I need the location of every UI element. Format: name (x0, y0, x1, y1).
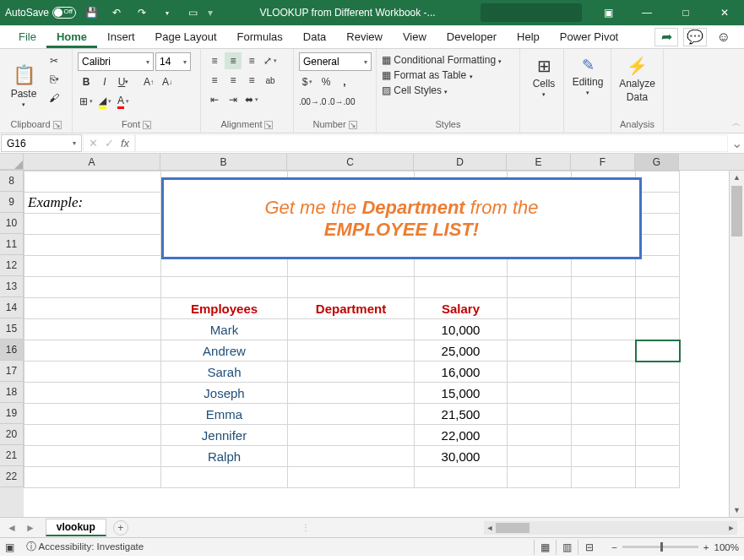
scroll-left-button[interactable]: ◄ (484, 524, 496, 532)
cell-sal[interactable]: 15,000 (415, 383, 508, 404)
font-name-combo[interactable]: Calibri▾ (78, 52, 154, 71)
horizontal-scrollbar[interactable]: ◄ ► (484, 521, 737, 535)
italic-button[interactable]: I (96, 73, 113, 90)
formula-input[interactable] (135, 134, 728, 152)
underline-button[interactable]: U▾ (115, 73, 132, 90)
align-right-button[interactable]: ≡ (243, 72, 260, 89)
row-header[interactable]: 17 (0, 361, 24, 382)
page-layout-view-button[interactable]: ▥ (556, 540, 578, 555)
cell-dept[interactable] (288, 340, 415, 362)
touch-mode-button[interactable]: ▭ (182, 3, 203, 23)
paste-button[interactable]: 📋 Paste ▾ (5, 52, 42, 119)
merge-button[interactable]: ⬌ (243, 91, 260, 108)
row-header[interactable]: 9 (0, 192, 24, 213)
tab-data[interactable]: Data (293, 25, 336, 48)
cells-area[interactable]: Example: EmployeesDepartmentSalary Mark1… (24, 171, 729, 517)
zoom-slider[interactable] (622, 546, 698, 548)
format-as-table-button[interactable]: ▦ Format as Table ▾ (382, 69, 502, 81)
cell-sal[interactable]: 25,000 (415, 340, 508, 362)
share-button[interactable]: ➦ (654, 28, 678, 46)
align-top-button[interactable]: ≡ (206, 52, 223, 69)
sheet-nav-next[interactable]: ► (25, 522, 35, 534)
sheet-nav-prev[interactable]: ◄ (7, 522, 17, 534)
align-middle-button[interactable]: ≡ (225, 52, 242, 69)
cell-emp[interactable]: Andrew (161, 340, 288, 362)
cell-sal[interactable]: 21,500 (415, 404, 508, 425)
page-break-view-button[interactable]: ⊟ (578, 540, 600, 555)
scroll-right-button[interactable]: ► (725, 524, 737, 532)
scroll-up-button[interactable]: ▲ (730, 171, 744, 184)
align-left-button[interactable]: ≡ (206, 72, 223, 89)
smiley-feedback-button[interactable]: ☺ (712, 28, 736, 46)
minimize-button[interactable]: — (627, 0, 666, 25)
cell-emp[interactable]: Jennifer (161, 425, 288, 446)
row-header[interactable]: 14 (0, 297, 24, 318)
row-header[interactable]: 19 (0, 403, 24, 424)
cell-emp[interactable]: Joseph (161, 383, 288, 404)
zoom-in-button[interactable]: + (703, 542, 709, 552)
cell-dept[interactable] (288, 383, 415, 404)
increase-indent-button[interactable]: ⇥ (225, 91, 242, 108)
header-salary[interactable]: Salary (415, 298, 508, 319)
cell-emp[interactable]: Sarah (161, 362, 288, 383)
select-all-button[interactable] (0, 154, 24, 170)
col-header-E[interactable]: E (507, 154, 571, 170)
dialog-launcher-icon[interactable]: ↘ (349, 121, 357, 129)
cell-sal[interactable]: 16,000 (415, 362, 508, 383)
collapse-ribbon-button[interactable]: ︿ (732, 117, 741, 129)
qat-more-button[interactable]: ▾ (157, 3, 177, 23)
cell-sal[interactable]: 10,000 (415, 319, 508, 340)
undo-button[interactable]: ↶ (106, 3, 127, 23)
expand-formula-bar-button[interactable]: ⌄ (729, 133, 744, 153)
fill-color-button[interactable]: ◢ (96, 93, 113, 110)
ribbon-display-button[interactable]: ▣ (589, 0, 627, 25)
wrap-text-button[interactable]: ab (262, 72, 279, 89)
cell-sal[interactable]: 30,000 (415, 446, 508, 467)
hscroll-thumb[interactable] (496, 523, 529, 533)
analyze-data-button[interactable]: ⚡ Analyze Data (616, 52, 658, 106)
cell-sal[interactable]: 22,000 (415, 425, 508, 446)
copy-button[interactable]: ⎘▾ (46, 71, 62, 88)
cell-dept[interactable] (288, 446, 415, 467)
dialog-launcher-icon[interactable]: ↘ (143, 121, 151, 129)
scroll-down-button[interactable]: ▼ (730, 503, 744, 517)
decrease-decimal-button[interactable]: .0→.00 (328, 93, 355, 110)
tab-page-layout[interactable]: Page Layout (145, 25, 227, 48)
grow-font-button[interactable]: A↑ (140, 73, 157, 90)
tab-view[interactable]: View (393, 25, 437, 48)
cell-emp[interactable]: Ralph (161, 446, 288, 467)
percent-button[interactable]: % (318, 73, 334, 90)
col-header-D[interactable]: D (414, 154, 507, 170)
editing-button[interactable]: ✎ Editing ▾ (569, 52, 606, 100)
tab-file[interactable]: File (8, 25, 46, 48)
font-color-button[interactable]: A (115, 93, 132, 110)
cell-emp[interactable]: Mark (161, 319, 288, 340)
tab-home[interactable]: Home (46, 25, 97, 48)
col-header-F[interactable]: F (571, 154, 635, 170)
cell-dept[interactable] (288, 319, 415, 340)
tab-developer[interactable]: Developer (437, 25, 507, 48)
sheet-tab-active[interactable]: vlookup (46, 519, 106, 536)
dialog-launcher-icon[interactable]: ↘ (264, 121, 273, 129)
align-bottom-button[interactable]: ≡ (243, 52, 260, 69)
insert-function-button[interactable]: fx (121, 137, 129, 150)
col-header-C[interactable]: C (287, 154, 414, 170)
row-header[interactable]: 16 (0, 340, 24, 361)
redo-button[interactable]: ↷ (132, 3, 152, 23)
font-size-combo[interactable]: 14▾ (155, 52, 191, 71)
cut-button[interactable]: ✂ (46, 52, 62, 69)
callout-textbox[interactable]: Get me the Department from the EMPLOYEE … (161, 177, 642, 259)
increase-decimal-button[interactable]: .00→.0 (299, 93, 326, 110)
cell-emp[interactable]: Emma (161, 404, 288, 425)
col-header-B[interactable]: B (160, 154, 287, 170)
tab-power-pivot[interactable]: Power Pivot (550, 25, 628, 48)
row-header[interactable]: 13 (0, 276, 24, 297)
cancel-formula-button[interactable]: ✕ (89, 137, 98, 150)
cells-button[interactable]: ⊞ Cells ▾ (525, 52, 562, 101)
col-header-G[interactable]: G (635, 154, 679, 170)
cell-dept[interactable] (288, 404, 415, 425)
accounting-format-button[interactable]: $ (299, 73, 316, 90)
normal-view-button[interactable]: ▦ (534, 540, 556, 555)
row-header[interactable]: 8 (0, 171, 24, 192)
macro-record-icon[interactable]: ▣ (5, 541, 14, 553)
